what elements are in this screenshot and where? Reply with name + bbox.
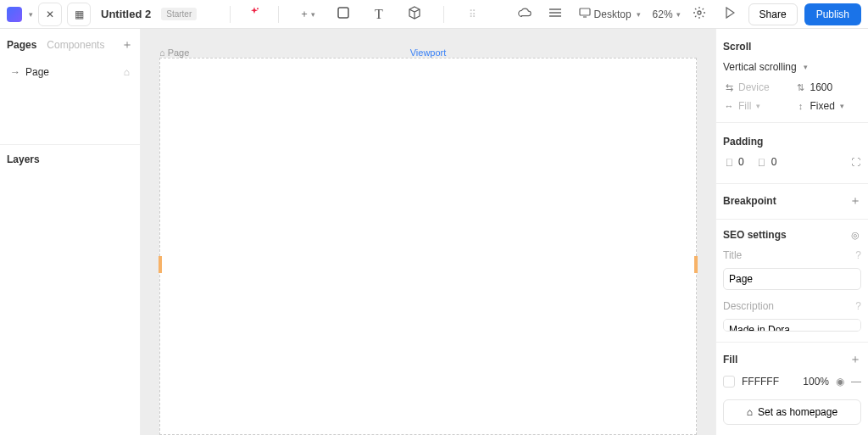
zoom-select[interactable]: 62%▾ <box>653 8 681 20</box>
home-icon: ⌂ <box>124 66 130 78</box>
hfill-select[interactable]: ↔Fill▾ <box>723 100 790 112</box>
breakpoint-section-title: Breakpoint <box>723 195 776 207</box>
resize-handle-left[interactable] <box>159 256 162 273</box>
text-icon: T <box>375 7 383 22</box>
seo-desc-label: Description <box>723 300 774 312</box>
top-bar-left: ▾ ✕ ▦ Untitled 2 Starter <box>7 3 197 26</box>
seo-title-input[interactable] <box>723 268 861 290</box>
add-breakpoint-button[interactable]: ＋ <box>849 193 861 209</box>
hfill-icon: ↔ <box>723 101 735 111</box>
visibility-toggle-icon[interactable]: ◉ <box>836 376 844 388</box>
vmode-select[interactable]: ↕Fixed▾ <box>795 100 862 112</box>
width-field[interactable]: ⇆Device <box>723 81 790 93</box>
play-icon <box>725 7 735 21</box>
chevron-down-icon: ▾ <box>637 10 641 19</box>
logo-chevron-down-icon[interactable]: ▾ <box>29 10 33 19</box>
text-tool[interactable]: T <box>367 3 391 26</box>
fill-opacity[interactable]: 100% <box>803 376 829 388</box>
svg-rect-2 <box>580 8 590 15</box>
chevron-down-icon: ▾ <box>311 10 315 19</box>
canvas-area[interactable]: ⌂ Page Viewport <box>141 29 715 435</box>
vmode-icon: ↕ <box>795 101 807 111</box>
artboard[interactable] <box>159 58 697 435</box>
page-name: Page <box>25 66 49 78</box>
components-icon: ⠿ <box>469 8 476 20</box>
settings-button[interactable] <box>687 3 711 26</box>
plus-icon: ＋ <box>299 7 309 21</box>
components-tool[interactable]: ⠿ <box>461 3 485 26</box>
add-page-button[interactable]: ＋ <box>121 37 133 53</box>
padding-expand-icon[interactable]: ⛶ <box>849 157 861 167</box>
app-logo[interactable] <box>7 7 22 22</box>
device-label: Desktop <box>594 8 632 20</box>
svg-point-3 <box>698 11 701 14</box>
cloud-status[interactable] <box>513 3 537 26</box>
gear-icon <box>693 6 706 22</box>
top-bar-center: ＋▾ T ⠿ <box>202 3 507 26</box>
file-title[interactable]: Untitled 2 <box>101 8 151 20</box>
height-icon: ⇅ <box>795 82 807 93</box>
svg-rect-1 <box>338 8 348 18</box>
play-button[interactable] <box>718 3 742 26</box>
viewport-label[interactable]: Viewport <box>410 47 447 58</box>
padding-top-icon: ⎕ <box>756 157 768 167</box>
frame-tool[interactable] <box>331 3 355 26</box>
top-bar: ▾ ✕ ▦ Untitled 2 Starter ＋▾ T ⠿ Desktop … <box>0 0 868 29</box>
arrow-right-icon: → <box>10 66 20 78</box>
fill-hex[interactable]: FFFFFF <box>742 376 779 388</box>
desktop-icon <box>579 8 591 20</box>
seo-preview-icon[interactable]: ◎ <box>849 230 861 241</box>
scroll-mode-value: Vertical scrolling <box>723 61 797 73</box>
width-icon: ⇆ <box>723 82 735 93</box>
padding-section-title: Padding <box>723 136 861 148</box>
plan-tag: Starter <box>161 8 197 20</box>
right-panel: Scroll Vertical scrolling ▾ ⇆Device ⇅160… <box>715 29 868 435</box>
help-icon[interactable]: ? <box>855 249 861 261</box>
padding-left-field[interactable]: ⎕0 <box>723 156 744 168</box>
interactions-button[interactable] <box>543 3 567 26</box>
layers-header: Layers <box>0 144 140 174</box>
svg-point-0 <box>257 8 259 9</box>
resize-handle-right[interactable] <box>694 256 698 273</box>
height-field[interactable]: ⇅1600 <box>795 81 862 93</box>
seo-title-label: Title <box>723 249 742 261</box>
seo-section-title: SEO settings <box>723 229 787 241</box>
padding-top-field[interactable]: ⎕0 <box>756 156 777 168</box>
seo-desc-input[interactable] <box>723 319 861 332</box>
crossed-tools-icon: ✕ <box>46 8 54 20</box>
add-fill-button[interactable]: ＋ <box>849 352 861 367</box>
share-button[interactable]: Share <box>748 3 798 25</box>
tab-pages[interactable]: Pages <box>7 39 36 51</box>
chevron-down-icon: ▾ <box>756 102 760 110</box>
3d-tool[interactable] <box>403 3 426 26</box>
remove-fill-icon[interactable]: — <box>851 376 861 388</box>
scroll-section-title: Scroll <box>723 41 861 53</box>
padding-left-icon: ⎕ <box>723 157 735 167</box>
top-bar-right: Desktop ▾ 62%▾ Share Publish <box>513 3 861 26</box>
table-icon: ▦ <box>75 8 84 20</box>
chevron-down-icon: ▾ <box>804 63 808 71</box>
fill-section-title: Fill <box>723 354 737 365</box>
cube-icon <box>408 6 421 22</box>
chevron-down-icon: ▾ <box>676 10 681 19</box>
add-tool[interactable]: ＋▾ <box>296 3 320 26</box>
zoom-value: 62% <box>653 8 673 20</box>
canvas-page-label: ⌂ Page <box>159 47 189 58</box>
home-icon: ⌂ <box>747 406 753 418</box>
home-icon: ⌂ <box>159 47 165 58</box>
publish-button[interactable]: Publish <box>804 3 861 25</box>
design-mode-button[interactable]: ✕ <box>38 3 62 26</box>
help-icon[interactable]: ? <box>855 300 861 312</box>
set-homepage-button[interactable]: ⌂ Set as homepage <box>723 399 861 425</box>
square-icon <box>337 6 350 22</box>
tab-components[interactable]: Components <box>47 39 104 51</box>
sparkle-icon[interactable] <box>248 6 261 22</box>
page-list-item[interactable]: → Page ⌂ <box>7 61 133 83</box>
chevron-down-icon: ▾ <box>840 102 844 110</box>
grid-mode-button[interactable]: ▦ <box>67 3 91 26</box>
left-panel: Pages Components ＋ → Page ⌂ Layers <box>0 29 141 435</box>
divider <box>443 6 444 23</box>
device-select[interactable]: Desktop ▾ <box>574 4 646 24</box>
scroll-mode-select[interactable]: Vertical scrolling ▾ <box>723 61 861 73</box>
fill-swatch[interactable] <box>723 376 735 388</box>
